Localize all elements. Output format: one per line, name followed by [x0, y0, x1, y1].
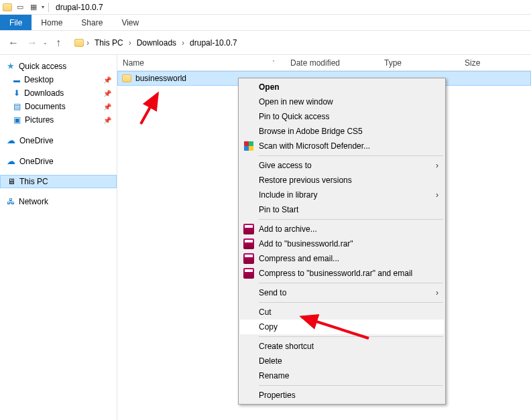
tab-view[interactable]: View: [112, 15, 148, 30]
qat-customize-icon[interactable]: ▾: [42, 4, 44, 10]
sidebar-item-label: Network: [19, 197, 48, 206]
sidebar-item-label: Desktop: [24, 75, 54, 84]
menu-open[interactable]: Open: [240, 80, 444, 94]
menu-label: Compress to "businessworld.rar" and emai…: [259, 269, 412, 278]
column-header-date[interactable]: Date modified: [285, 58, 379, 68]
file-tab[interactable]: File: [0, 15, 32, 30]
window-title: drupal-10.0.7: [56, 3, 103, 12]
sidebar-item-label: This PC: [19, 177, 48, 186]
menu-pin-start[interactable]: Pin to Start: [240, 202, 444, 217]
menu-pin-quick-access[interactable]: Pin to Quick access: [240, 109, 444, 124]
menu-add-archive[interactable]: Add to archive...: [240, 222, 444, 236]
chevron-right-icon[interactable]: ›: [129, 38, 131, 48]
nav-recent-icon[interactable]: ⌄: [43, 40, 48, 46]
chevron-right-icon: ›: [436, 161, 438, 170]
archive-icon: [243, 253, 255, 265]
menu-properties[interactable]: Properties: [240, 388, 444, 403]
menu-give-access[interactable]: Give access to ›: [240, 158, 444, 173]
menu-separator: [259, 283, 443, 283]
pictures-icon: [13, 115, 21, 125]
menu-create-shortcut[interactable]: Create shortcut: [240, 339, 444, 354]
nav-pane: Quick access Desktop 📌 Downloads 📌 Docum…: [0, 55, 117, 420]
menu-add-rar[interactable]: Add to "businessworld.rar": [240, 236, 444, 251]
archive-icon: [243, 223, 255, 235]
navbar: ← → ⌄ ↑ › This PC › Downloads › drupal-1…: [0, 31, 531, 55]
column-header-name[interactable]: Name ˄: [117, 58, 285, 68]
cloud-icon: [7, 135, 15, 145]
menu-compress-rar-email[interactable]: Compress to "businessworld.rar" and emai…: [240, 266, 444, 281]
pin-icon: 📌: [103, 117, 111, 124]
column-header-type[interactable]: Type: [379, 58, 459, 68]
sidebar-network[interactable]: Network: [0, 195, 117, 208]
breadcrumb-part[interactable]: drupal-10.0.7: [187, 37, 240, 49]
menu-restore-versions[interactable]: Restore previous versions: [240, 173, 444, 188]
file-name: businessworld: [135, 74, 186, 83]
sidebar-item-pictures[interactable]: Pictures 📌: [0, 113, 117, 127]
sidebar-onedrive[interactable]: OneDrive: [0, 154, 117, 168]
menu-adobe-bridge[interactable]: Browse in Adobe Bridge CS5: [240, 124, 444, 139]
menu-separator: [259, 302, 443, 303]
svg-rect-2: [244, 146, 249, 151]
menu-label: Add to "businessworld.rar": [259, 239, 353, 249]
sidebar-this-pc[interactable]: This PC: [0, 175, 117, 188]
sidebar-item-label: Downloads: [24, 88, 64, 98]
folder-icon: [74, 39, 84, 47]
pc-icon: [7, 177, 15, 186]
chevron-right-icon[interactable]: ›: [182, 38, 184, 48]
star-icon: [7, 61, 15, 71]
menu-copy[interactable]: Copy: [240, 320, 444, 334]
sidebar-item-label: Documents: [25, 102, 66, 111]
downloads-icon: [13, 88, 20, 98]
menu-label: Send to: [259, 288, 286, 297]
menu-open-new-window[interactable]: Open in new window: [240, 94, 444, 109]
column-headers: Name ˄ Date modified Type Size: [117, 55, 531, 71]
breadcrumb-part[interactable]: This PC: [92, 37, 126, 49]
svg-rect-3: [249, 146, 253, 151]
menu-cut[interactable]: Cut: [240, 305, 444, 320]
divider: [48, 3, 49, 12]
network-icon: [7, 197, 15, 206]
menu-separator: [259, 385, 443, 386]
column-header-size[interactable]: Size: [459, 58, 513, 68]
menu-defender[interactable]: Scan with Microsoft Defender...: [240, 139, 444, 153]
pin-icon: 📌: [103, 103, 111, 111]
menu-label: Add to archive...: [259, 224, 317, 234]
menu-separator: [259, 219, 443, 220]
menu-include-library[interactable]: Include in library ›: [240, 188, 444, 202]
sidebar-item-label: OneDrive: [19, 157, 54, 166]
menu-compress-email[interactable]: Compress and email...: [240, 251, 444, 266]
sidebar-onedrive[interactable]: OneDrive: [0, 133, 117, 147]
svg-rect-1: [249, 141, 253, 146]
shield-icon: [243, 140, 255, 152]
quick-access-toolbar: ▭ ▦ ▾: [3, 2, 44, 13]
pin-icon: 📌: [103, 76, 111, 84]
sidebar-item-documents[interactable]: Documents 📌: [0, 100, 117, 113]
breadcrumb-part[interactable]: Downloads: [134, 37, 179, 49]
sidebar-item-label: Pictures: [25, 115, 54, 125]
sidebar-item-downloads[interactable]: Downloads 📌: [0, 86, 117, 100]
menu-delete[interactable]: Delete: [240, 354, 444, 368]
nav-up-icon[interactable]: ↑: [50, 35, 66, 51]
archive-icon: [243, 238, 255, 250]
folder-icon: [122, 74, 131, 82]
menu-separator: [259, 155, 443, 156]
menu-label: Compress and email...: [259, 254, 339, 263]
svg-rect-0: [244, 141, 249, 146]
breadcrumb[interactable]: › This PC › Downloads › drupal-10.0.7: [74, 37, 526, 49]
column-label: Name: [123, 58, 144, 68]
sort-indicator-icon: ˄: [272, 60, 275, 66]
sidebar-item-desktop[interactable]: Desktop 📌: [0, 73, 117, 86]
menu-send-to[interactable]: Send to ›: [240, 285, 444, 300]
sidebar-item-label: OneDrive: [19, 136, 54, 145]
folder-icon: [3, 3, 12, 11]
tab-home[interactable]: Home: [32, 15, 72, 30]
desktop-icon: [13, 75, 20, 84]
tab-share[interactable]: Share: [72, 15, 112, 30]
menu-rename[interactable]: Rename: [240, 368, 444, 383]
menu-label: Give access to: [259, 161, 312, 170]
qat-properties-icon[interactable]: ▭: [15, 2, 25, 13]
nav-back-icon[interactable]: ←: [5, 35, 21, 51]
qat-new-folder-icon[interactable]: ▦: [28, 2, 39, 13]
chevron-right-icon[interactable]: ›: [86, 38, 89, 48]
sidebar-quick-access[interactable]: Quick access: [0, 59, 117, 73]
